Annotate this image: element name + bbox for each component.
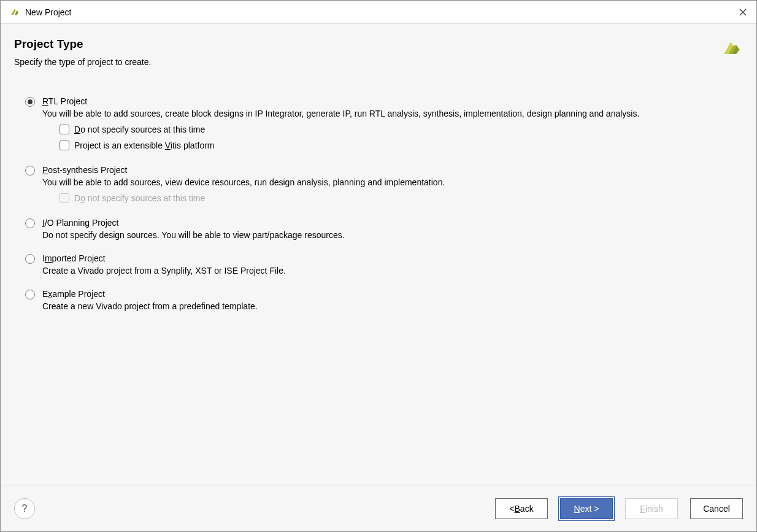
radio-imported[interactable] bbox=[25, 254, 35, 264]
vivado-logo-icon bbox=[721, 37, 743, 60]
checkbox-label: Do not specify sources at this time bbox=[74, 125, 205, 134]
option-example-project[interactable]: Example Project Create a new Vivado proj… bbox=[25, 289, 743, 311]
titlebar: New Project bbox=[1, 1, 756, 24]
option-rtl-project[interactable]: RTL Project You will be able to add sour… bbox=[25, 96, 743, 152]
label-rtl: RTL Project bbox=[42, 96, 743, 106]
vivado-icon bbox=[9, 7, 20, 18]
back-button[interactable]: < Back bbox=[495, 498, 548, 519]
desc-io-planning: Do not specify design sources. You will … bbox=[42, 230, 743, 240]
page-title: Project Type bbox=[14, 37, 151, 51]
desc-example: Create a new Vivado project from a prede… bbox=[42, 301, 743, 311]
help-button[interactable]: ? bbox=[14, 498, 35, 519]
label-post-synthesis: Post-synthesis Project bbox=[42, 165, 743, 175]
desc-imported: Create a Vivado project from a Synplify,… bbox=[42, 266, 743, 276]
finish-button: Finish bbox=[625, 498, 678, 519]
cancel-button[interactable]: Cancel bbox=[690, 498, 743, 519]
checkbox-label: Do not specify sources at this time bbox=[74, 193, 205, 203]
wizard-header: Project Type Specify the type of project… bbox=[1, 24, 756, 84]
option-post-synthesis-project[interactable]: Post-synthesis Project You will be able … bbox=[25, 165, 743, 204]
desc-rtl: You will be able to add sources, create … bbox=[42, 109, 743, 118]
close-button[interactable] bbox=[737, 6, 749, 18]
checkbox-row-post-no-sources: Do not specify sources at this time bbox=[60, 193, 743, 203]
checkbox-rtl-vitis[interactable] bbox=[60, 141, 69, 150]
checkbox-rtl-no-sources[interactable] bbox=[60, 125, 69, 134]
checkbox-post-no-sources bbox=[60, 193, 69, 203]
desc-post-synthesis: You will be able to add sources, view de… bbox=[42, 177, 743, 187]
page-subtitle: Specify the type of project to create. bbox=[14, 57, 151, 67]
option-imported-project[interactable]: Imported Project Create a Vivado project… bbox=[25, 253, 743, 276]
radio-post-synthesis[interactable] bbox=[25, 166, 35, 175]
checkbox-label: Project is an extensible Vitis platform bbox=[74, 141, 215, 150]
checkbox-row-rtl-vitis[interactable]: Project is an extensible Vitis platform bbox=[60, 141, 743, 150]
label-io-planning: I/O Planning Project bbox=[42, 218, 743, 228]
radio-io-planning[interactable] bbox=[25, 218, 35, 228]
project-type-options: RTL Project You will be able to add sour… bbox=[1, 84, 756, 485]
label-imported: Imported Project bbox=[42, 253, 743, 263]
help-icon: ? bbox=[22, 503, 28, 514]
new-project-wizard: New Project Project Type Specify the typ… bbox=[0, 0, 757, 532]
radio-example[interactable] bbox=[25, 290, 35, 299]
label-example: Example Project bbox=[42, 289, 743, 299]
window-title: New Project bbox=[25, 7, 737, 17]
option-io-planning-project[interactable]: I/O Planning Project Do not specify desi… bbox=[25, 218, 743, 240]
radio-rtl[interactable] bbox=[25, 97, 35, 107]
wizard-footer: ? < Back Next > Finish Cancel bbox=[1, 485, 756, 531]
checkbox-row-rtl-no-sources[interactable]: Do not specify sources at this time bbox=[60, 125, 743, 134]
next-button[interactable]: Next > bbox=[560, 498, 613, 519]
